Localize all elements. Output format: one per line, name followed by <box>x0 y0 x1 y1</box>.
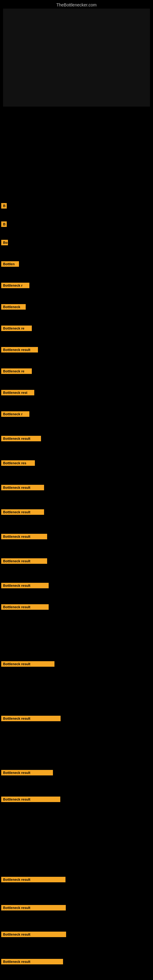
bottleneck-label: Bottleneck result <box>1 485 44 490</box>
list-item: Bottleneck result <box>1 345 38 354</box>
list-item: Bottleneck result <box>1 957 63 966</box>
bottleneck-label: Bottleneck result <box>1 661 54 667</box>
list-item: Bottleneck result <box>1 532 47 541</box>
list-item: Bottleneck result <box>1 483 44 492</box>
chart-area <box>3 9 150 107</box>
list-item: B <box>1 220 7 229</box>
list-item: Bottleneck result <box>1 660 54 668</box>
bottleneck-label: Bottleneck result <box>1 583 49 588</box>
bottleneck-label: Bottleneck result <box>1 797 60 802</box>
bottleneck-label: Bottleneck result <box>1 877 65 882</box>
bottleneck-label: Bo <box>1 240 8 245</box>
bottleneck-label: Bottleneck result <box>1 347 38 353</box>
bottleneck-label: Bottleneck result <box>1 534 47 539</box>
list-item: Bottlen <box>1 260 19 268</box>
list-item: Bottleneck result <box>1 581 49 590</box>
bottleneck-label: Bottleneck r <box>1 283 29 288</box>
list-item: Bottleneck result <box>1 714 61 723</box>
list-item: Bottleneck result <box>1 768 53 777</box>
bottleneck-label: Bottleneck result <box>1 905 66 910</box>
list-item: Bottleneck res <box>1 459 35 467</box>
bottleneck-label: Bottleneck result <box>1 770 53 775</box>
list-item: Bottleneck result <box>1 603 49 611</box>
list-item: Bottleneck r <box>1 281 29 290</box>
bottleneck-label: Bottlen <box>1 261 19 267</box>
bottleneck-label: Bottleneck <box>1 304 26 310</box>
list-item: Bottleneck rest <box>1 388 34 397</box>
bottleneck-label: B <box>1 203 7 208</box>
list-item: Bottleneck result <box>1 557 47 565</box>
site-title: TheBottlenecker.com <box>0 0 153 9</box>
bottleneck-label: Bottleneck result <box>1 558 47 564</box>
items-container: BBBoBottlenBottleneck rBottleneckBottlen… <box>0 113 153 909</box>
list-item: Bottleneck result <box>1 930 66 939</box>
list-item: Bottleneck result <box>1 875 65 884</box>
bottleneck-label: Bottleneck result <box>1 932 66 937</box>
list-item: Bottleneck re <box>1 367 32 375</box>
bottleneck-label: Bottleneck result <box>1 436 41 441</box>
list-item: Bottleneck <box>1 302 26 311</box>
list-item: Bottleneck result <box>1 795 60 803</box>
bottleneck-label: Bottleneck re <box>1 368 32 374</box>
bottleneck-label: B <box>1 221 7 227</box>
bottleneck-label: Bottleneck re <box>1 326 32 331</box>
bottleneck-label: Bottleneck result <box>1 604 49 610</box>
bottleneck-label: Bottleneck r <box>1 411 29 417</box>
list-item: Bottleneck re <box>1 324 32 332</box>
list-item: Bo <box>1 238 8 247</box>
bottleneck-label: Bottleneck rest <box>1 390 34 395</box>
list-item: Bottleneck result <box>1 904 66 912</box>
list-item: B <box>1 202 7 210</box>
bottleneck-label: Bottleneck result <box>1 959 63 964</box>
list-item: Bottleneck result <box>1 508 44 516</box>
bottleneck-label: Bottleneck res <box>1 460 35 466</box>
list-item: Bottleneck result <box>1 434 41 443</box>
bottleneck-label: Bottleneck result <box>1 716 61 721</box>
bottleneck-label: Bottleneck result <box>1 509 44 515</box>
list-item: Bottleneck r <box>1 410 29 418</box>
